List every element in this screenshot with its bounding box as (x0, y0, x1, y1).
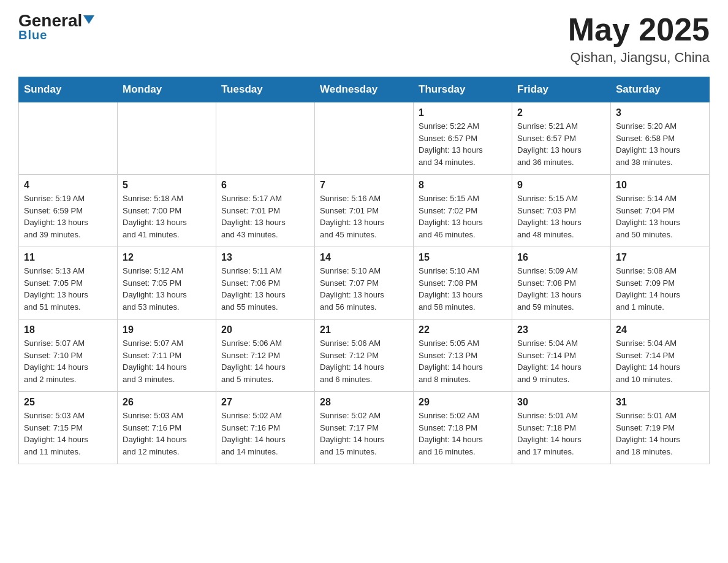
calendar-cell: 17Sunrise: 5:08 AM Sunset: 7:09 PM Dayli… (611, 247, 710, 320)
calendar-cell: 22Sunrise: 5:05 AM Sunset: 7:13 PM Dayli… (414, 320, 512, 392)
calendar-cell: 7Sunrise: 5:16 AM Sunset: 7:01 PM Daylig… (315, 175, 414, 247)
calendar-cell: 28Sunrise: 5:02 AM Sunset: 7:17 PM Dayli… (315, 392, 414, 464)
day-info: Sunrise: 5:12 AM Sunset: 7:05 PM Dayligh… (123, 265, 211, 313)
day-number: 9 (517, 180, 605, 191)
day-info: Sunrise: 5:16 AM Sunset: 7:01 PM Dayligh… (320, 193, 408, 240)
header-monday: Monday (118, 77, 216, 102)
calendar-cell: 14Sunrise: 5:10 AM Sunset: 7:07 PM Dayli… (315, 247, 414, 320)
day-info: Sunrise: 5:17 AM Sunset: 7:01 PM Dayligh… (221, 193, 309, 240)
day-number: 15 (419, 252, 507, 263)
day-number: 26 (123, 397, 211, 408)
calendar-cell: 10Sunrise: 5:14 AM Sunset: 7:04 PM Dayli… (611, 175, 710, 247)
calendar-cell: 15Sunrise: 5:10 AM Sunset: 7:08 PM Dayli… (414, 247, 512, 320)
day-number: 20 (221, 324, 309, 335)
calendar-cell: 21Sunrise: 5:06 AM Sunset: 7:12 PM Dayli… (315, 320, 414, 392)
day-info: Sunrise: 5:15 AM Sunset: 7:02 PM Dayligh… (419, 193, 507, 240)
calendar-header: Sunday Monday Tuesday Wednesday Thursday… (19, 77, 710, 102)
calendar-cell: 27Sunrise: 5:02 AM Sunset: 7:16 PM Dayli… (216, 392, 315, 464)
day-info: Sunrise: 5:21 AM Sunset: 6:57 PM Dayligh… (517, 120, 605, 168)
day-info: Sunrise: 5:02 AM Sunset: 7:18 PM Dayligh… (419, 410, 507, 458)
day-info: Sunrise: 5:14 AM Sunset: 7:04 PM Dayligh… (616, 193, 704, 240)
calendar-cell (118, 102, 216, 175)
day-info: Sunrise: 5:06 AM Sunset: 7:12 PM Dayligh… (221, 337, 309, 385)
header-sunday: Sunday (19, 77, 118, 102)
calendar-cell: 30Sunrise: 5:01 AM Sunset: 7:18 PM Dayli… (512, 392, 611, 464)
logo: General Blue (18, 12, 94, 42)
day-number: 8 (419, 180, 507, 191)
day-number: 2 (517, 107, 605, 118)
month-title: May 2025 (568, 12, 710, 47)
day-info: Sunrise: 5:02 AM Sunset: 7:17 PM Dayligh… (320, 410, 408, 458)
calendar-cell: 8Sunrise: 5:15 AM Sunset: 7:02 PM Daylig… (414, 175, 512, 247)
day-number: 19 (123, 324, 211, 335)
day-info: Sunrise: 5:02 AM Sunset: 7:16 PM Dayligh… (221, 410, 309, 458)
day-info: Sunrise: 5:01 AM Sunset: 7:18 PM Dayligh… (517, 410, 605, 458)
calendar-cell: 6Sunrise: 5:17 AM Sunset: 7:01 PM Daylig… (216, 175, 315, 247)
day-info: Sunrise: 5:19 AM Sunset: 6:59 PM Dayligh… (24, 193, 112, 240)
header-friday: Friday (512, 77, 611, 102)
week-row-0: 1Sunrise: 5:22 AM Sunset: 6:57 PM Daylig… (19, 102, 710, 175)
day-number: 18 (24, 324, 112, 335)
day-number: 23 (517, 324, 605, 335)
day-info: Sunrise: 5:18 AM Sunset: 7:00 PM Dayligh… (123, 193, 211, 240)
day-number: 31 (616, 397, 704, 408)
day-number: 3 (616, 107, 704, 118)
day-info: Sunrise: 5:01 AM Sunset: 7:19 PM Dayligh… (616, 410, 704, 458)
day-info: Sunrise: 5:05 AM Sunset: 7:13 PM Dayligh… (419, 337, 507, 385)
calendar-cell (315, 102, 414, 175)
day-number: 30 (517, 397, 605, 408)
day-info: Sunrise: 5:10 AM Sunset: 7:07 PM Dayligh… (320, 265, 408, 313)
day-number: 12 (123, 252, 211, 263)
calendar-cell: 2Sunrise: 5:21 AM Sunset: 6:57 PM Daylig… (512, 102, 611, 175)
day-info: Sunrise: 5:22 AM Sunset: 6:57 PM Dayligh… (419, 120, 507, 168)
day-number: 29 (419, 397, 507, 408)
day-info: Sunrise: 5:15 AM Sunset: 7:03 PM Dayligh… (517, 193, 605, 240)
calendar-cell: 25Sunrise: 5:03 AM Sunset: 7:15 PM Dayli… (19, 392, 118, 464)
calendar-cell: 20Sunrise: 5:06 AM Sunset: 7:12 PM Dayli… (216, 320, 315, 392)
calendar-body: 1Sunrise: 5:22 AM Sunset: 6:57 PM Daylig… (19, 102, 710, 464)
calendar-cell: 31Sunrise: 5:01 AM Sunset: 7:19 PM Dayli… (611, 392, 710, 464)
calendar-cell: 4Sunrise: 5:19 AM Sunset: 6:59 PM Daylig… (19, 175, 118, 247)
week-row-4: 25Sunrise: 5:03 AM Sunset: 7:15 PM Dayli… (19, 392, 710, 464)
day-info: Sunrise: 5:04 AM Sunset: 7:14 PM Dayligh… (616, 337, 704, 385)
day-number: 14 (320, 252, 408, 263)
day-info: Sunrise: 5:10 AM Sunset: 7:08 PM Dayligh… (419, 265, 507, 313)
day-number: 24 (616, 324, 704, 335)
header-saturday: Saturday (611, 77, 710, 102)
day-number: 25 (24, 397, 112, 408)
day-info: Sunrise: 5:20 AM Sunset: 6:58 PM Dayligh… (616, 120, 704, 168)
calendar-cell: 3Sunrise: 5:20 AM Sunset: 6:58 PM Daylig… (611, 102, 710, 175)
calendar-cell: 5Sunrise: 5:18 AM Sunset: 7:00 PM Daylig… (118, 175, 216, 247)
calendar-cell: 23Sunrise: 5:04 AM Sunset: 7:14 PM Dayli… (512, 320, 611, 392)
calendar-cell: 9Sunrise: 5:15 AM Sunset: 7:03 PM Daylig… (512, 175, 611, 247)
header-tuesday: Tuesday (216, 77, 315, 102)
day-info: Sunrise: 5:03 AM Sunset: 7:16 PM Dayligh… (123, 410, 211, 458)
calendar-table: Sunday Monday Tuesday Wednesday Thursday… (18, 77, 710, 464)
day-number: 6 (221, 180, 309, 191)
weekday-header-row: Sunday Monday Tuesday Wednesday Thursday… (19, 77, 710, 102)
day-info: Sunrise: 5:11 AM Sunset: 7:06 PM Dayligh… (221, 265, 309, 313)
day-number: 22 (419, 324, 507, 335)
calendar-cell: 29Sunrise: 5:02 AM Sunset: 7:18 PM Dayli… (414, 392, 512, 464)
calendar-cell (216, 102, 315, 175)
day-number: 7 (320, 180, 408, 191)
day-info: Sunrise: 5:08 AM Sunset: 7:09 PM Dayligh… (616, 265, 704, 313)
calendar-cell: 18Sunrise: 5:07 AM Sunset: 7:10 PM Dayli… (19, 320, 118, 392)
day-number: 17 (616, 252, 704, 263)
header-wednesday: Wednesday (315, 77, 414, 102)
calendar-cell: 11Sunrise: 5:13 AM Sunset: 7:05 PM Dayli… (19, 247, 118, 320)
day-number: 4 (24, 180, 112, 191)
calendar-cell: 1Sunrise: 5:22 AM Sunset: 6:57 PM Daylig… (414, 102, 512, 175)
logo-text: General (18, 12, 94, 29)
calendar-cell: 13Sunrise: 5:11 AM Sunset: 7:06 PM Dayli… (216, 247, 315, 320)
day-info: Sunrise: 5:07 AM Sunset: 7:11 PM Dayligh… (123, 337, 211, 385)
day-info: Sunrise: 5:07 AM Sunset: 7:10 PM Dayligh… (24, 337, 112, 385)
day-number: 21 (320, 324, 408, 335)
day-info: Sunrise: 5:04 AM Sunset: 7:14 PM Dayligh… (517, 337, 605, 385)
header-thursday: Thursday (414, 77, 512, 102)
day-info: Sunrise: 5:03 AM Sunset: 7:15 PM Dayligh… (24, 410, 112, 458)
day-number: 27 (221, 397, 309, 408)
day-number: 10 (616, 180, 704, 191)
day-info: Sunrise: 5:13 AM Sunset: 7:05 PM Dayligh… (24, 265, 112, 313)
calendar-cell: 26Sunrise: 5:03 AM Sunset: 7:16 PM Dayli… (118, 392, 216, 464)
